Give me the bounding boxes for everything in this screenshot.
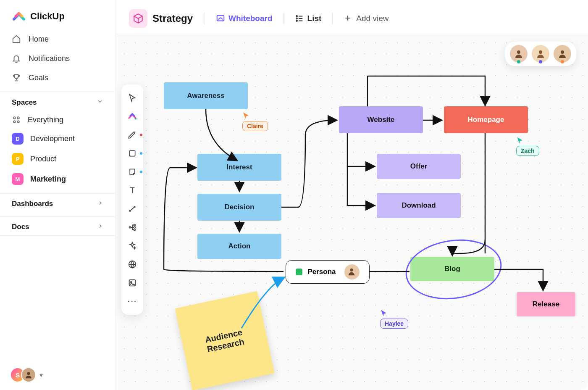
clickup-logo-icon [12,9,26,24]
everything-icon [12,115,21,124]
caret-down-icon: ▾ [39,371,43,379]
node-homepage[interactable]: Homepage [444,106,528,133]
tool-mindmap[interactable] [124,219,141,236]
divider [332,13,333,24]
nav-goals-label: Goals [29,74,48,82]
svg-point-8 [296,20,297,21]
tool-ai[interactable] [124,237,141,254]
presence-avatar[interactable] [554,45,571,63]
node-persona-task[interactable]: Persona [286,260,370,284]
tool-clickup-item[interactable]: + [124,108,141,125]
space-everything[interactable]: Everything [0,111,115,129]
nav-notifications[interactable]: Notifications [0,49,115,68]
spaces-header-label: Spaces [12,98,37,107]
whiteboard-canvas[interactable]: .pav:nth-child(1)::after{background:#1ab… [116,34,588,390]
tool-image[interactable] [124,274,141,291]
tool-pointer[interactable] [124,90,141,106]
node-awareness[interactable]: Awareness [164,82,248,109]
svg-point-11 [561,50,564,54]
app-name: ClickUp [30,11,65,22]
topbar: Strategy Whiteboard List Add view [116,0,588,34]
page-title: Strategy [152,13,193,24]
docs-header[interactable]: Docs [0,216,115,235]
node-interest[interactable]: Interest [197,154,281,181]
chevron-right-icon [97,223,103,231]
svg-point-16 [134,227,136,228]
node-action[interactable]: Action [197,234,281,259]
docs-label: Docs [12,223,29,231]
current-user[interactable]: S ▾ [10,367,43,382]
trophy-icon [12,73,21,82]
remote-cursor-haylee: Haylee [380,309,408,329]
dashboards-header[interactable]: Dashboards [0,193,115,212]
user-avatar-photo [21,367,36,382]
tool-web[interactable] [124,256,141,273]
app-logo[interactable]: ClickUp [0,9,115,29]
svg-point-9 [517,50,520,54]
main-area: Strategy Whiteboard List Add view .pav:n [116,0,588,390]
node-offer[interactable]: Offer [377,154,461,179]
view-whiteboard[interactable]: Whiteboard [213,11,276,26]
tool-pen[interactable] [124,126,141,143]
tool-connector[interactable] [124,200,141,217]
cursor-label: Claire [242,121,268,131]
task-status-icon [296,269,302,275]
svg-point-20 [131,282,132,283]
space-product-badge: P [12,153,24,165]
divider [284,13,284,24]
divider [205,13,205,24]
svg-point-7 [296,18,297,19]
space-cube-icon[interactable] [129,9,147,28]
remote-cursor-claire: Claire [242,112,268,131]
svg-point-21 [350,269,353,271]
space-development[interactable]: D Development [0,129,115,149]
presence-bar[interactable]: .pav:nth-child(1)::after{background:#1ab… [505,42,576,66]
node-decision[interactable]: Decision [197,194,281,221]
cursor-label: Haylee [380,319,408,329]
tool-text[interactable] [124,182,141,199]
svg-point-0 [13,117,16,119]
list-icon [295,14,304,23]
svg-point-2 [13,121,16,123]
bell-icon [12,54,21,63]
plus-icon [344,14,353,23]
svg-point-10 [539,50,542,54]
presence-avatar[interactable]: .pav:nth-child(1)::after{background:#1ab… [510,45,528,63]
tool-sticky[interactable] [124,163,141,180]
space-everything-label: Everything [28,116,63,124]
space-marketing-label: Marketing [30,175,66,184]
view-whiteboard-label: Whiteboard [228,14,273,23]
view-list[interactable]: List [291,11,325,26]
presence-avatar[interactable] [532,45,549,63]
cursor-label: Zach [516,146,539,156]
node-release[interactable]: Release [517,292,575,316]
space-marketing-badge: M [12,173,24,185]
tool-more[interactable]: ··· [124,293,141,310]
whiteboard-icon [216,14,225,23]
space-product[interactable]: P Product [0,149,115,169]
sticky-note[interactable]: Audience Research [175,291,274,390]
nav-goals[interactable]: Goals [0,68,115,87]
space-marketing[interactable]: M Marketing [0,169,115,189]
node-website[interactable]: Website [339,106,423,133]
dashboards-label: Dashboards [12,200,53,208]
svg-point-1 [17,117,19,119]
tool-shape[interactable] [124,145,141,162]
nav-notifications-label: Notifications [29,54,70,63]
svg-point-17 [134,229,136,231]
add-view-label: Add view [356,14,388,23]
add-view-button[interactable]: Add view [340,11,392,26]
nav-home[interactable]: Home [0,29,115,49]
node-download[interactable]: Download [377,193,461,218]
view-list-label: List [307,14,322,23]
svg-rect-13 [129,150,135,156]
sidebar: ClickUp Home Notifications Goals Spaces … [0,0,116,390]
space-dev-badge: D [12,133,24,145]
svg-point-3 [17,121,19,123]
spaces-header[interactable]: Spaces [0,92,115,111]
chevron-right-icon [97,200,103,208]
svg-point-6 [296,16,297,17]
svg-point-14 [129,227,131,228]
whiteboard-toolbar: + ··· [121,84,143,315]
remote-cursor-zach: Zach [516,137,539,156]
